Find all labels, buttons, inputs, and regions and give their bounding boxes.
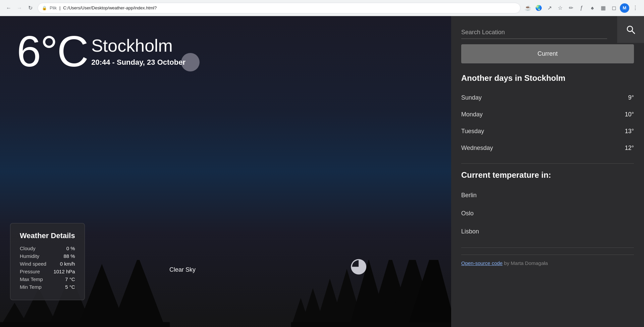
max-temp-value: 7 °C [65,276,75,282]
translate-button[interactable]: 🌏 [534,3,543,13]
share-button[interactable]: ↗ [545,3,554,13]
pressure-label: Pressure [20,269,40,274]
forward-button[interactable]: → [15,3,24,13]
max-temp-row: Max Temp 7 °C [20,276,75,282]
city-row: Berlin [461,186,634,205]
footer: Open-source code by Marta Domagała [461,255,634,271]
weather-details-card: Weather Details Cloudy 0 % Humidity 88 %… [10,223,85,300]
site-name: Plik [50,5,57,10]
day-temp: 13° [625,128,634,135]
search-icon-corner[interactable] [617,16,644,43]
day-row: Sunday 9° [461,90,634,106]
day-row: Wednesday 12° [461,140,634,157]
min-temp-row: Min Temp 5 °C [20,284,75,290]
svg-line-16 [632,31,635,34]
window-button[interactable]: ◻ [609,3,619,13]
cloudy-row: Cloudy 0 % [20,246,75,251]
humidity-row: Humidity 88 % [20,253,75,259]
current-location-button[interactable]: Current [461,44,634,63]
code-button[interactable]: ƒ [577,3,586,13]
min-temp-label: Min Temp [20,284,42,290]
profile-button[interactable]: M [620,3,629,13]
open-source-link[interactable]: Open-source code [461,260,502,266]
weather-header: 6°C Stockholm 20:44 - Sunday, 23 October [17,30,434,73]
moon-crescent-icon: ◕ [350,253,367,277]
toolbar-icons: ☕ 🌏 ↗ ☆ ✏ ƒ ♠ ▦ ◻ M ⋮ [523,3,640,13]
day-temp: 9° [628,94,634,101]
day-name: Wednesday [461,145,493,152]
pressure-row: Pressure 1012 hPa [20,269,75,274]
city-row: Oslo [461,205,634,223]
svg-rect-8 [291,322,451,327]
weather-condition: Clear Sky [169,266,196,273]
lock-icon: 🔒 [42,6,47,10]
temperature-display: 6°C [17,30,88,73]
forecast-title: Another days in Stockholm [461,73,634,83]
url-separator: | [59,5,60,10]
weather-sidebar: Current Another days in Stockholm Sunday… [451,16,644,327]
min-temp-value: 5 °C [65,284,75,290]
cloudy-label: Cloudy [20,246,36,251]
wind-speed-row: Wind speed 0 km/h [20,261,75,267]
city-name-lisbon: Lisbon [461,228,479,235]
url-text: C:/Users/User/Desktop/weather-app/index.… [63,5,157,10]
browser-chrome: ← → ↻ 🔒 Plik | C:/Users/User/Desktop/wea… [0,0,644,16]
search-input[interactable] [461,26,607,39]
city-name-oslo: Oslo [461,210,474,217]
puzzle-button[interactable]: ♠ [588,3,597,13]
humidity-value: 88 % [63,253,75,259]
day-temp: 12° [625,145,634,152]
cities-title: Current temperature in: [461,170,634,180]
weather-main-panel: 6°C Stockholm 20:44 - Sunday, 23 October… [0,16,451,327]
reload-button[interactable]: ↻ [25,3,35,13]
svg-rect-14 [0,322,170,327]
screenshot-button[interactable]: ✏ [566,3,576,13]
weather-details-title: Weather Details [20,231,75,240]
extensions-button[interactable]: ☕ [523,3,533,13]
day-row: Tuesday 13° [461,123,634,140]
forecast-section: Another days in Stockholm Sunday 9° Mond… [461,73,634,157]
search-input-container [461,26,607,39]
footer-divider [461,248,634,248]
datetime: 20:44 - Sunday, 23 October [91,58,185,67]
app-layout: 6°C Stockholm 20:44 - Sunday, 23 October… [0,16,644,327]
menu-button[interactable]: ⋮ [631,3,640,13]
city-row: Lisbon [461,223,634,241]
address-bar[interactable]: 🔒 Plik | C:/Users/User/Desktop/weather-a… [38,3,521,13]
divider [461,163,634,164]
day-name: Sunday [461,94,482,101]
humidity-label: Humidity [20,253,39,259]
weather-info: Stockholm 20:44 - Sunday, 23 October [91,30,185,67]
max-temp-label: Max Temp [20,276,43,282]
back-button[interactable]: ← [4,3,13,13]
wind-speed-label: Wind speed [20,261,46,267]
cloudy-value: 0 % [66,246,75,251]
day-name: Monday [461,111,483,118]
tab-button[interactable]: ▦ [598,3,608,13]
sidebar-content: Current Another days in Stockholm Sunday… [451,16,644,281]
city-name: Stockholm [91,36,185,55]
nav-buttons: ← → ↻ [4,3,35,13]
city-name-berlin: Berlin [461,192,477,199]
day-temp: 10° [625,111,634,118]
day-name: Tuesday [461,128,484,135]
search-icon [626,25,635,34]
footer-suffix: by Marta Domagała [502,260,548,266]
pressure-value: 1012 hPa [53,269,75,274]
wind-speed-value: 0 km/h [60,261,75,267]
cities-section: Current temperature in: Berlin Oslo Lisb… [461,170,634,241]
bookmark-button[interactable]: ☆ [555,3,565,13]
day-row: Monday 10° [461,106,634,123]
svg-marker-13 [112,260,165,327]
